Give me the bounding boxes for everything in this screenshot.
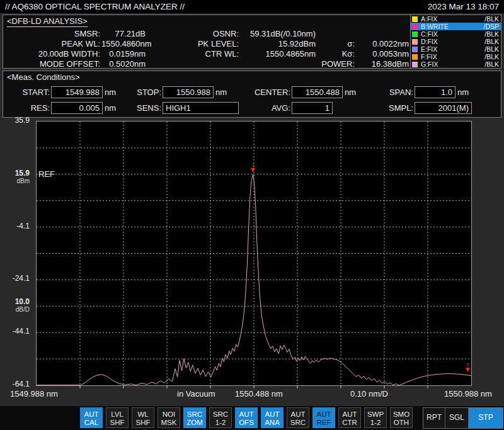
center-value[interactable]: 1550.488: [292, 86, 343, 98]
avg-value[interactable]: 1: [292, 102, 333, 114]
trace-status: /DSP: [483, 23, 499, 30]
datetime: 2023 Mar 13 18:07: [428, 2, 499, 11]
sgl-button[interactable]: SGL: [445, 408, 469, 428]
trace-label: B:WRITE: [421, 23, 449, 30]
spectrum-trace-svg: 12: [37, 122, 471, 385]
trace-status: /BLK: [484, 38, 499, 45]
analysis-label: 20.00dB WIDTH:: [7, 49, 101, 59]
trace-color-swatch: [412, 31, 418, 37]
analysis-value: 0.5020nm: [101, 59, 147, 69]
smpl-value[interactable]: 2001(M): [415, 102, 472, 114]
y-tick-label: 35.9: [0, 116, 30, 125]
y-unit-label: dBm: [0, 178, 30, 184]
trace-row-f[interactable]: F:FIX /BLK: [411, 53, 501, 60]
analysis-label: [147, 59, 240, 69]
analysis-label: [317, 29, 356, 39]
trace-row-c[interactable]: C:FIX /BLK: [411, 30, 501, 38]
aut-ref-button[interactable]: AUTREF: [312, 407, 335, 428]
analysis-value: 0.0022nm: [356, 39, 410, 49]
sweep-control-group: RPT SGL STP: [423, 407, 503, 429]
trace-status: /BLK: [484, 60, 499, 68]
analysis-value: 59.31dB(/0.10nm): [240, 29, 317, 39]
trace-label: G:FIX: [421, 60, 438, 68]
analysis-value: 1550.4860nm: [101, 39, 147, 49]
x-axis-labels: 1549.988 nm in Vacuum 1550.488 nm 0.10 n…: [0, 389, 504, 404]
meas-title: <Meas. Conditions>: [7, 72, 80, 82]
analysis-label: PK LEVEL:: [147, 39, 240, 49]
trace-label: D:FIX: [421, 38, 438, 45]
field-label: AVG:: [211, 103, 290, 113]
trace-label: E:FIX: [421, 45, 437, 53]
aut-ofs-button[interactable]: AUTOFS: [235, 407, 258, 428]
y-tick-label: -4.1: [0, 222, 30, 230]
trace-row-e[interactable]: E:FIX /BLK: [411, 45, 501, 53]
osa-screen: // AQ6380 OPTICAL SPECTRUM ANALYZER // 2…: [0, 0, 504, 430]
trace-status: /BLK: [484, 53, 499, 60]
trace-label: C:FIX: [421, 30, 438, 38]
trace-label: A:FIX: [421, 15, 437, 23]
y-ref-level-label: 15.9: [0, 169, 30, 178]
trace-row-a[interactable]: A:FIX /BLK: [411, 15, 501, 23]
softkey-group: AUTCAL LVLSHF WLSHF NOIMSK SRCZOM SRC1-2…: [80, 407, 416, 428]
trace-row-g[interactable]: G:FIX /BLK: [411, 60, 501, 68]
trace-status: /BLK: [484, 15, 499, 23]
y-tick-label: -44.1: [0, 327, 30, 336]
softkey-toolbar: AUTCAL LVLSHF WLSHF NOIMSK SRCZOM SRC1-2…: [0, 406, 504, 430]
trace-row-b[interactable]: B:WRITE /DSP: [411, 23, 501, 30]
spectrum-plot: 12 REF: [36, 121, 472, 386]
x-center-label: 1550.488 nm: [235, 389, 283, 399]
trace-label: F:FIX: [421, 53, 437, 60]
aut-ana-button[interactable]: AUTANA: [261, 407, 284, 428]
field-center: CENTER: 1550.488 nm: [211, 86, 356, 98]
x-per-div-label: 0.10 nm/D: [350, 389, 388, 399]
field-smpl: SMPL: 2001(M): [336, 101, 472, 114]
span-value[interactable]: 1.0: [415, 86, 455, 98]
field-label: START:: [4, 88, 50, 97]
y-scale-value: 10.0: [0, 297, 30, 306]
meas-conditions-panel: <Meas. Conditions> START: 1549.988 nm ST…: [3, 71, 501, 118]
field-unit: nm: [457, 88, 469, 97]
trace-color-swatch: [412, 16, 418, 22]
field-label: SENS:: [85, 103, 161, 113]
stp-button[interactable]: STP: [469, 408, 503, 428]
trace-legend: A:FIX /BLK B:WRITE /DSP C:FIX /BLK D:FIX…: [410, 15, 501, 68]
field-avg: AVG: 1: [211, 101, 333, 114]
src-zom-button[interactable]: SRCZOM: [183, 407, 206, 428]
y-tick-label: -24.1: [0, 274, 30, 283]
stop-value[interactable]: 1550.988: [163, 86, 214, 98]
lvl-shf-button[interactable]: LVLSHF: [106, 407, 129, 428]
swp-1-2-button[interactable]: SWP1-2: [364, 407, 387, 428]
analysis-value: 77.21dB: [101, 29, 147, 39]
analysis-value: 16.38dBm: [356, 59, 410, 69]
trace-color-swatch: [412, 54, 418, 60]
trace-status: /BLK: [484, 45, 499, 53]
x-stop-label: 1550.988 nm: [444, 389, 492, 399]
trace-color-swatch: [412, 62, 418, 67]
analysis-title: <DFB-LD ANALYSIS>: [7, 16, 88, 27]
analysis-label: Kσ:: [317, 49, 356, 59]
analysis-label: σ:: [317, 39, 356, 49]
aut-cal-button[interactable]: AUTCAL: [80, 407, 103, 428]
analysis-results: SMSR: 77.21dB OSNR: 59.31dB(/0.10nm) PEA…: [7, 29, 410, 69]
svg-text:1: 1: [251, 162, 255, 168]
field-label: STOP:: [85, 88, 161, 97]
svg-text:2: 2: [466, 362, 469, 368]
field-label: RES:: [4, 103, 50, 113]
analysis-value: 0.0159nm: [101, 49, 147, 59]
analysis-value: [240, 59, 317, 69]
aut-ctr-button[interactable]: AUTCTR: [338, 407, 361, 428]
trace-color-swatch: [412, 47, 418, 52]
field-label: SMPL:: [336, 103, 413, 113]
aut-src-button[interactable]: AUTSRC: [287, 407, 309, 428]
trace-color-swatch: [412, 39, 418, 45]
ref-line-tag: REF: [38, 169, 55, 179]
rpt-button[interactable]: RPT: [423, 408, 445, 428]
smo-oth-button[interactable]: SMOOTH: [390, 407, 413, 428]
analysis-value: 15.92dBm: [240, 39, 317, 49]
field-label: SPAN:: [336, 88, 413, 97]
trace-row-d[interactable]: D:FIX /BLK: [411, 38, 501, 45]
noi-msk-button[interactable]: NOIMSK: [158, 407, 180, 428]
wl-shf-button[interactable]: WLSHF: [132, 407, 154, 428]
src-1-2-button[interactable]: SRC1-2: [209, 407, 232, 428]
field-span: SPAN: 1.0 nm: [336, 86, 469, 98]
